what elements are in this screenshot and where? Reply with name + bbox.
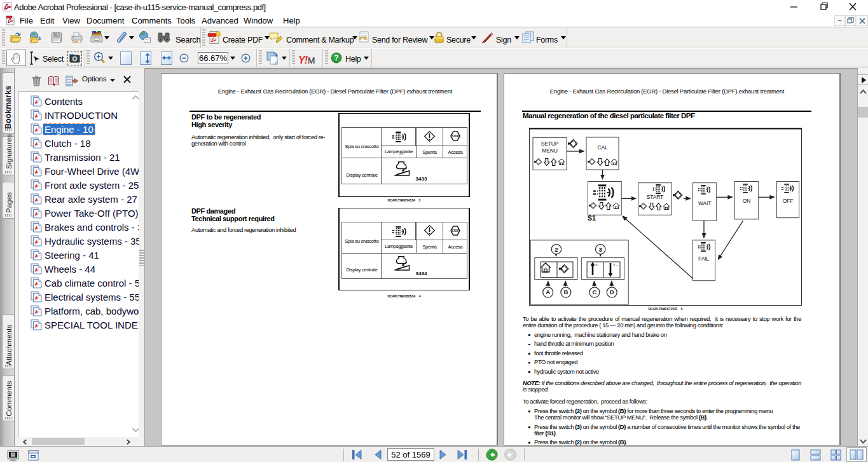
svg-text:START: START [647, 194, 664, 200]
svg-text:s↑: s↑ [596, 262, 599, 266]
svg-text:MENU: MENU [542, 147, 558, 154]
svg-text:OFF: OFF [783, 198, 794, 204]
svg-text:2: 2 [555, 246, 558, 253]
svg-text:3: 3 [599, 246, 602, 253]
svg-text:B: B [563, 289, 568, 296]
svg-text:D: D [610, 289, 614, 296]
svg-text:FAIL: FAIL [698, 255, 709, 262]
svg-text:WAIT: WAIT [698, 200, 712, 207]
svg-text:ON: ON [743, 198, 751, 204]
svg-text:S1: S1 [588, 214, 596, 222]
svg-text:C: C [593, 289, 597, 296]
svg-text:CAL: CAL [597, 144, 608, 151]
svg-text:SETUP: SETUP [541, 140, 559, 147]
svg-text:s→: s→ [614, 262, 619, 266]
svg-text:A: A [546, 289, 550, 296]
svg-text:?: ? [334, 53, 338, 62]
